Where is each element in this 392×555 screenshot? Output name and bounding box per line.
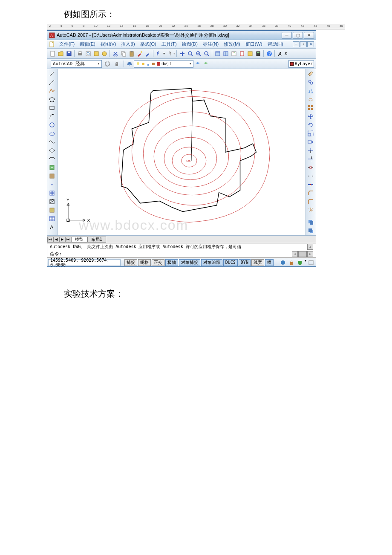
quickcalc-icon[interactable] xyxy=(254,50,262,58)
hatch-icon[interactable] xyxy=(48,189,56,197)
3dprint-icon[interactable] xyxy=(101,50,108,58)
coordinate-display[interactable]: 14592.5409, 92029.5674, 0.0000 xyxy=(48,259,121,266)
tab-model[interactable]: 模型 xyxy=(71,237,87,243)
plot-preview-icon[interactable] xyxy=(84,50,92,58)
ellipse-arc-icon[interactable] xyxy=(48,155,56,163)
grid-toggle[interactable]: 栅格 xyxy=(138,259,151,266)
mirror-icon[interactable] xyxy=(307,87,314,95)
scale-icon[interactable] xyxy=(307,130,314,137)
array-icon[interactable] xyxy=(307,104,314,112)
markup-icon[interactable] xyxy=(246,50,254,58)
color-control-dropdown[interactable]: ByLayer xyxy=(288,60,314,68)
paste-icon[interactable] xyxy=(128,50,135,58)
tab-last[interactable]: ⏭ xyxy=(65,237,71,243)
menu-insert[interactable]: 插入(I) xyxy=(118,41,137,47)
tab-next[interactable]: ▶ xyxy=(59,237,65,243)
maximize-button[interactable]: ▢ xyxy=(293,32,303,39)
mtext-icon[interactable]: A xyxy=(48,223,56,231)
stretch-icon[interactable] xyxy=(307,138,314,146)
open-file-icon[interactable] xyxy=(57,50,65,58)
mdi-minimize[interactable]: ─ xyxy=(293,41,300,47)
cmd-scroll-right[interactable]: ▸ xyxy=(307,251,313,257)
layer-state-icon[interactable] xyxy=(202,60,210,68)
explode-icon[interactable] xyxy=(307,206,314,214)
match-properties-icon[interactable] xyxy=(136,50,144,58)
menu-draw[interactable]: 绘图(D) xyxy=(179,41,200,47)
ortho-toggle[interactable]: 正交 xyxy=(152,259,164,266)
arc-icon[interactable] xyxy=(48,113,56,120)
comm-center-icon[interactable] xyxy=(279,259,287,266)
cut-icon[interactable] xyxy=(112,50,119,58)
break-icon[interactable] xyxy=(307,172,314,180)
make-block-icon[interactable] xyxy=(48,172,56,180)
break-at-point-icon[interactable] xyxy=(307,164,314,171)
osnap-toggle[interactable]: 对象捕捉 xyxy=(179,259,200,266)
offset-icon[interactable] xyxy=(307,95,314,103)
menu-view[interactable]: 视图(V) xyxy=(98,41,119,47)
workspace-settings-icon[interactable] xyxy=(104,60,111,68)
tool-palettes-icon[interactable] xyxy=(230,50,238,58)
revision-cloud-icon[interactable] xyxy=(48,130,56,137)
construction-line-icon[interactable] xyxy=(48,78,56,86)
spline-icon[interactable] xyxy=(48,138,56,146)
menu-modify[interactable]: 修改(M) xyxy=(221,41,243,47)
fillet-icon[interactable] xyxy=(307,198,314,205)
menu-window[interactable]: 窗口(W) xyxy=(243,41,265,47)
move-icon[interactable] xyxy=(307,113,314,120)
design-center-icon[interactable] xyxy=(222,50,230,58)
rotate-icon[interactable] xyxy=(307,121,314,129)
mdi-close[interactable]: ✕ xyxy=(307,41,314,47)
otrack-toggle[interactable]: 对象追踪 xyxy=(201,259,222,266)
minimize-button[interactable]: ─ xyxy=(282,32,292,39)
zoom-previous-icon[interactable] xyxy=(203,50,210,58)
cmd-scroll-left[interactable]: ◂ xyxy=(292,251,298,257)
menu-file[interactable]: 文件(F) xyxy=(57,41,77,47)
print-icon[interactable] xyxy=(76,50,84,58)
gradient-icon[interactable] xyxy=(48,198,56,205)
point-icon[interactable] xyxy=(48,181,56,188)
zoom-realtime-icon[interactable] xyxy=(187,50,194,58)
menu-help[interactable]: 帮助(H) xyxy=(265,41,286,47)
lock-toolbar-icon[interactable] xyxy=(288,259,295,266)
erase-icon[interactable] xyxy=(307,70,314,78)
cmd-scroll-up[interactable]: ▴ xyxy=(307,244,313,250)
ducs-toggle[interactable]: DUCS xyxy=(223,259,238,266)
join-icon[interactable] xyxy=(307,181,314,188)
menu-tools[interactable]: 工具(T) xyxy=(159,41,179,47)
help-icon[interactable]: ? xyxy=(265,50,273,58)
line-icon[interactable] xyxy=(48,70,56,78)
cmd-scroll-thumb[interactable] xyxy=(298,251,307,257)
layer-dropdown[interactable]: dwjt ▾ xyxy=(134,60,193,68)
copy-modify-icon[interactable] xyxy=(307,78,314,86)
draworder-front-icon[interactable] xyxy=(307,218,314,226)
menu-dimension[interactable]: 标注(N) xyxy=(200,41,221,47)
draworder-back-icon[interactable] xyxy=(307,227,314,234)
lwt-toggle[interactable]: 线宽 xyxy=(251,259,264,266)
pan-icon[interactable] xyxy=(179,50,186,58)
save-icon[interactable] xyxy=(65,50,73,58)
undo-icon[interactable] xyxy=(155,50,163,58)
rectangle-icon[interactable] xyxy=(48,104,56,112)
snap-toggle[interactable]: 捕捉 xyxy=(124,259,137,266)
model-toggle[interactable]: 模 xyxy=(265,259,274,266)
close-button[interactable]: ✕ xyxy=(304,32,314,39)
command-line[interactable]: 命令: ◂ ▸ xyxy=(47,250,316,258)
sheet-set-icon[interactable] xyxy=(238,50,246,58)
trim-icon[interactable] xyxy=(307,147,314,154)
table-icon[interactable] xyxy=(48,215,56,223)
text-style-icon[interactable]: A xyxy=(277,50,284,58)
redo-icon[interactable] xyxy=(165,50,173,58)
chamfer-icon[interactable] xyxy=(307,189,314,197)
polyline-icon[interactable] xyxy=(48,87,56,95)
polygon-icon[interactable] xyxy=(48,95,56,103)
layer-manager-icon[interactable] xyxy=(126,60,133,68)
menu-format[interactable]: 格式(O) xyxy=(138,41,159,47)
trusted-icon[interactable] xyxy=(296,259,304,266)
new-file-icon[interactable] xyxy=(49,50,57,58)
ellipse-icon[interactable] xyxy=(48,147,56,154)
tab-first[interactable]: ⏮ xyxy=(47,237,53,243)
workspace-dropdown[interactable]: AutoCAD 经典▾ xyxy=(51,60,102,68)
clean-screen-icon[interactable] xyxy=(307,259,315,266)
dyn-toggle[interactable]: DYN xyxy=(239,259,251,266)
block-editor-icon[interactable] xyxy=(144,50,152,58)
